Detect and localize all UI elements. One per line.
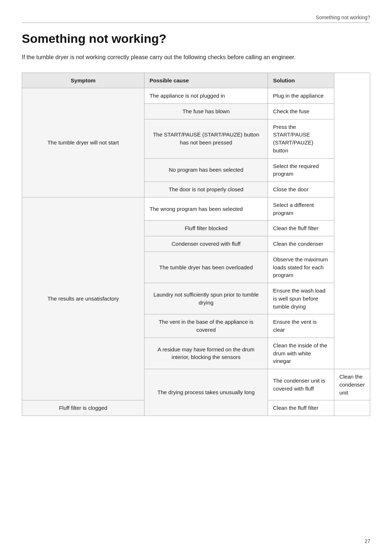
solution-cell: Plug in the appliance xyxy=(268,88,334,104)
col-cause: Possible cause xyxy=(144,73,268,88)
solution-cell: Clean the condenser unit xyxy=(334,369,370,400)
cause-cell: The condenser unit is covered with fluff xyxy=(268,369,334,400)
solution-cell: Clean the condenser xyxy=(268,236,334,252)
solution-cell: Close the door xyxy=(268,182,334,197)
solution-cell: Clean the fluff filter xyxy=(268,400,334,416)
cause-cell: The fuse has blown xyxy=(144,103,268,119)
cause-cell: The door is not properly closed xyxy=(144,182,268,197)
solution-cell: Press the START/PAUSE (START/PAUZE) butt… xyxy=(268,119,334,158)
cause-cell: No program has been selected xyxy=(144,158,268,182)
solution-cell: Select the required program xyxy=(268,158,334,182)
cause-cell: A residue may have formed on the drum in… xyxy=(144,338,268,369)
cause-cell: The START/PAUSE (START/PAUZE) button has… xyxy=(144,119,268,158)
intro-text: If the tumble dryer is not working corre… xyxy=(22,53,370,62)
table-row: The results are unsatisfactoryThe wrong … xyxy=(22,197,370,221)
header-title: Something not working? xyxy=(316,15,370,20)
col-symptom: Symptom xyxy=(22,73,144,88)
cause-cell: Condenser covered with fluff xyxy=(144,236,268,252)
symptom-cell: The drying process takes unusually long xyxy=(144,369,268,416)
cause-cell: The wrong program has been selected xyxy=(144,197,268,221)
solution-cell: Observe the maximum loads stated for eac… xyxy=(268,252,334,283)
solution-cell: Clean the inside of the drum with white … xyxy=(268,338,334,369)
page-number: 27 xyxy=(364,538,370,544)
solution-cell: Select a different program xyxy=(268,197,334,221)
cause-cell: Laundry not sufficiently spun prior to t… xyxy=(144,283,268,314)
troubleshooting-table: Symptom Possible cause Solution The tumb… xyxy=(22,73,370,416)
solution-cell: Check the fuse xyxy=(268,103,334,119)
symptom-cell: The results are unsatisfactory xyxy=(22,197,144,400)
solution-cell: Ensure the wash load is well spun before… xyxy=(268,283,334,314)
solution-cell: Ensure the vent is clear xyxy=(268,314,334,338)
cause-cell: The appliance is not plugged in xyxy=(144,88,268,104)
cause-cell: The vent in the base of the appliance is… xyxy=(144,314,268,338)
solution-cell: Clean the fluff filter xyxy=(268,221,334,236)
page-title: Something not working? xyxy=(22,32,370,46)
cause-cell: Fluff filter blocked xyxy=(144,221,268,236)
symptom-cell: The tumble dryer will not start xyxy=(22,88,144,197)
table-row: The tumble dryer will not startThe appli… xyxy=(22,88,370,104)
cause-cell: The tumble dryer has been overloaded xyxy=(144,252,268,283)
col-solution: Solution xyxy=(268,73,334,88)
cause-cell: Fluff filter is clogged xyxy=(22,400,144,416)
